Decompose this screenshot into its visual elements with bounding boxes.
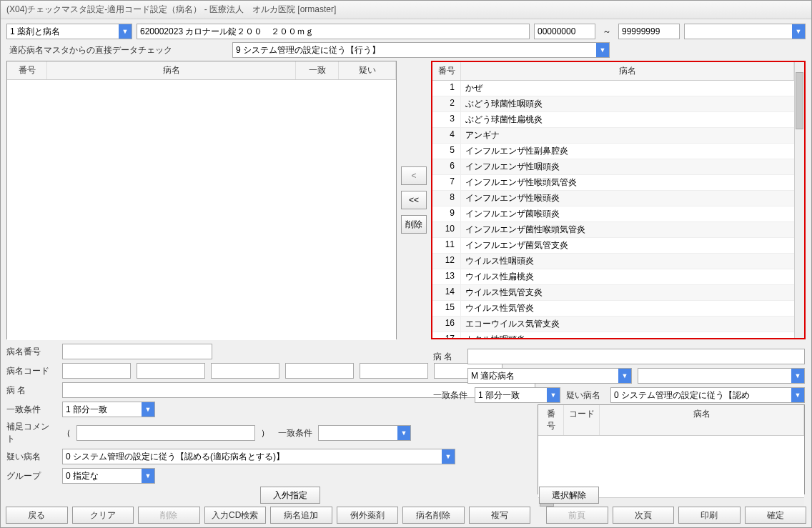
disease-no-input[interactable] [62,344,212,359]
row-no: 9 [432,206,461,221]
right-table-body[interactable]: 1かぜ2ぶどう球菌性咽頭炎3ぶどう球菌性扁桃炎4アンギナ5インフルエンザ性副鼻腔… [432,81,794,338]
back-button[interactable]: 戻る [6,507,68,524]
table-row[interactable]: 1かぜ [432,81,794,96]
chevron-down-icon[interactable]: ▼ [119,24,132,39]
table-row[interactable]: 15ウイルス性気管炎 [432,301,794,317]
filter-name-label: 病 名 [433,351,462,363]
date-from-input[interactable] [534,24,595,39]
scroll-thumb[interactable] [796,72,803,129]
row-no: 8 [432,191,461,206]
filter-doubt-combo[interactable]: 0 システム管理の設定に従う【認め ▼ [610,387,805,403]
form-doubt-combo[interactable]: 0 システム管理の設定に従う【認める(適応病名とする)】 ▼ [62,449,455,464]
table-row[interactable]: 11インフルエンザ菌気管支炎 [432,238,794,254]
table-row[interactable]: 17カタル性咽頭炎 [432,332,794,338]
filter-doubt-label: 疑い病名 [566,389,605,402]
drug-input[interactable] [137,24,530,39]
col-name: 病名 [47,61,296,79]
chevron-down-icon[interactable]: ▼ [142,402,154,417]
copy-button[interactable]: 複写 [469,507,531,524]
filter-type-value: M 適応病名 [471,370,515,382]
form-name-label: 病 名 [6,384,56,397]
table-row[interactable]: 12ウイルス性咽頭炎 [432,254,794,269]
code4-input[interactable] [285,363,354,379]
move-all-left-button[interactable]: << [401,191,427,209]
code5-input[interactable] [360,363,428,379]
next-page-button[interactable]: 次頁 [613,507,675,524]
row-no: 13 [432,269,461,284]
prev-page-button: 前頁 [546,507,608,524]
table-row[interactable]: 10インフルエンザ菌性喉頭気管炎 [432,222,794,238]
filter-extra-combo[interactable]: ▼ [638,368,805,384]
add-disease-button[interactable]: 病名追加 [270,507,332,524]
clear-button[interactable]: クリア [72,507,134,524]
form-match-combo[interactable]: 1 部分一致 ▼ [62,402,155,417]
row-no: 10 [432,222,461,237]
paren-open: （ [62,427,71,439]
table-row[interactable]: 7インフルエンザ性喉頭気管炎 [432,175,794,191]
type-combo[interactable]: 1 薬剤と病名 ▼ [6,24,132,39]
filter-match-label: 一致条件 [433,389,469,402]
form-code-label: 病名コード [6,365,56,377]
row-name: アンギナ [461,128,794,143]
comment-input[interactable] [76,425,255,441]
check-combo[interactable]: 9 システム管理の設定に従う【行う】 ▼ [232,42,610,58]
left-table-body[interactable] [7,80,396,340]
code3-input[interactable] [211,363,279,379]
print-button[interactable]: 印刷 [678,507,741,524]
search-button[interactable]: 入力CD検索 [204,507,267,524]
form-group-value: 0 指定な [66,470,99,482]
chevron-down-icon[interactable]: ▼ [397,426,410,440]
row-name: インフルエンザ菌気管支炎 [461,238,794,253]
col-no: 番号 [432,62,461,80]
table-row[interactable]: 4アンギナ [432,128,794,144]
paren-close: ） [261,427,269,439]
table-row[interactable]: 8インフルエンザ性喉頭炎 [432,191,794,206]
window-title: (X04)チェックマスタ設定-適用コード設定（病名） - 医療法人 オルカ医院 … [1,1,811,19]
chevron-down-icon[interactable]: ▼ [547,388,560,402]
filter-doubt-value: 0 システム管理の設定に従う【認め [614,389,750,402]
table-row[interactable]: 5インフルエンザ性副鼻腔炎 [432,144,794,159]
confirm-button[interactable]: 確定 [745,507,807,524]
chevron-down-icon[interactable]: ▼ [442,449,455,464]
table-row[interactable]: 13ウイルス性扁桃炎 [432,269,794,285]
col-doubt: 疑い [339,61,396,79]
row-name: ウイルス性気管炎 [461,301,794,316]
col-code: コード [564,405,600,435]
col-no: 番号 [538,405,564,435]
form-comment-label: 補足コメント [6,421,56,445]
chevron-down-icon[interactable]: ▼ [792,24,805,39]
exception-drug-button[interactable]: 例外薬剤 [337,507,399,524]
table-row[interactable]: 14ウイルス性気管支炎 [432,285,794,301]
chevron-down-icon[interactable]: ▼ [791,369,804,383]
row-name: ぶどう球菌性扁桃炎 [461,112,794,127]
chevron-down-icon[interactable]: ▼ [791,388,804,402]
filter-type-combo[interactable]: M 適応病名 ▼ [467,368,632,384]
chevron-down-icon[interactable]: ▼ [596,43,609,57]
filter-name-input[interactable] [467,349,805,364]
inout-button[interactable]: 入外指定 [260,487,320,504]
chevron-down-icon[interactable]: ▼ [618,369,631,383]
delete-button[interactable]: 削除 [401,215,427,234]
unselect-button[interactable]: 選択解除 [539,487,599,504]
form-group-combo[interactable]: 0 指定な ▼ [62,468,155,484]
chevron-down-icon[interactable]: ▼ [142,469,154,483]
table-row[interactable]: 2ぶどう球菌性咽頭炎 [432,96,794,112]
form-match2-combo[interactable]: ▼ [318,425,411,441]
table-row[interactable]: 16エコーウイルス気管支炎 [432,317,794,332]
table-row[interactable]: 3ぶどう球菌性扁桃炎 [432,112,794,128]
row-no: 2 [432,96,461,111]
move-left-button[interactable]: < [401,166,427,185]
code2-input[interactable] [137,363,205,379]
filter-match-value: 1 部分一致 [478,389,520,402]
row-no: 11 [432,238,461,253]
table-row[interactable]: 6インフルエンザ性咽頭炎 [432,159,794,175]
delete-disease-button[interactable]: 病名削除 [402,507,465,524]
table-row[interactable]: 9インフルエンザ菌喉頭炎 [432,206,794,222]
filter-match-combo[interactable]: 1 部分一致 ▼ [475,387,560,403]
date-to-input[interactable] [618,24,680,39]
form-doubt-label: 疑い病名 [6,451,56,463]
row-name: かぜ [461,81,794,96]
blank-combo[interactable]: ▼ [684,24,806,39]
code1-input[interactable] [62,363,131,379]
vertical-scrollbar[interactable] [794,62,804,338]
